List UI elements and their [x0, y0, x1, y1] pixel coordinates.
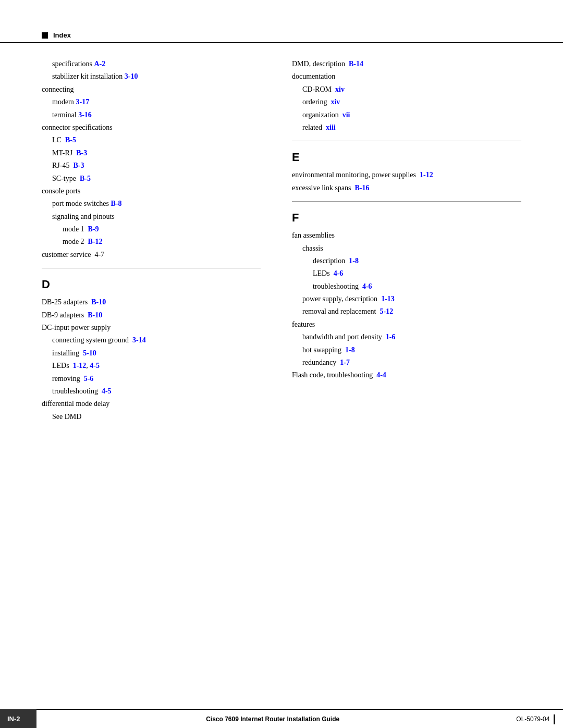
list-item: description 1-8 [313, 255, 521, 267]
link-b14[interactable]: B-14 [349, 60, 363, 68]
list-item: specifications A-2 [52, 58, 261, 70]
link-17[interactable]: 1-7 [340, 359, 350, 366]
section-letter-d: D [42, 278, 261, 291]
link-b3-mtrj[interactable]: B-3 [76, 149, 87, 157]
list-item: troubleshooting 4-5 [52, 386, 261, 397]
section-letter-e: E [292, 151, 521, 164]
list-item: organization vii [302, 109, 521, 121]
link-113[interactable]: 1-13 [381, 295, 395, 303]
list-item: RJ-45 B-3 [52, 160, 261, 171]
header-title: Index [53, 31, 71, 39]
link-46-trouble[interactable]: 4-6 [362, 282, 372, 290]
right-column: DMD, description B-14 documentation CD-R… [282, 58, 521, 424]
list-item: signaling and pinouts [52, 211, 261, 223]
list-item: stabilizer kit installation 3-10 [52, 71, 261, 82]
link-44[interactable]: 4-4 [376, 371, 386, 379]
link-45[interactable]: 4-5 [90, 362, 100, 369]
link-112-env[interactable]: 1-12 [420, 171, 433, 179]
link-b10-db25[interactable]: B-10 [91, 298, 106, 306]
left-column: specifications A-2 stabilizer kit instal… [42, 58, 282, 424]
link-b3-rj45[interactable]: B-3 [73, 162, 84, 169]
link-b9[interactable]: B-9 [88, 225, 99, 233]
list-item: fan assemblies [292, 230, 521, 241]
link-xiv-order[interactable]: xiv [331, 98, 340, 106]
list-item: connecting [42, 84, 261, 95]
header-square-icon [42, 32, 48, 39]
list-item: See DMD [52, 411, 261, 423]
list-item: redundancy 1-7 [302, 357, 521, 368]
list-item: mode 1 B-9 [63, 224, 261, 235]
list-item: DB-25 adapters B-10 [42, 297, 261, 308]
list-item: LEDs 4-6 [313, 268, 521, 279]
link-314[interactable]: 3-14 [132, 336, 146, 344]
list-item: LC B-5 [52, 134, 261, 146]
link-512[interactable]: 5-12 [380, 307, 393, 315]
list-item: connecting system ground 3-14 [52, 335, 261, 346]
link-xiv-cdrom[interactable]: xiv [335, 85, 345, 93]
section-letter-f: F [292, 211, 521, 225]
link-xiii[interactable]: xiii [326, 124, 336, 131]
page: Index specifications A-2 stabilizer kit … [0, 0, 563, 728]
list-item: CD-ROM xiv [302, 84, 521, 95]
list-item: environmental monitoring, power supplies… [292, 169, 521, 181]
list-item: customer service 4-7 [42, 249, 261, 261]
section-f-divider [292, 201, 521, 202]
list-item: DMD, description B-14 [292, 58, 521, 70]
list-item: features [292, 319, 521, 330]
list-item: troubleshooting 4-6 [313, 281, 521, 292]
footer-doc-number-text: OL-5079-04 [516, 715, 549, 723]
link-b5-sc[interactable]: B-5 [80, 175, 91, 182]
list-item: related xiii [302, 122, 521, 133]
list-item: bandwidth and port density 1-6 [302, 331, 521, 343]
section-e-divider [292, 141, 521, 141]
list-item: MT-RJ B-3 [52, 147, 261, 159]
footer-bar: | [553, 713, 556, 725]
list-item: removing 5-6 [52, 373, 261, 385]
list-item: differential mode delay [42, 398, 261, 410]
list-item: port mode switches B-8 [52, 198, 261, 209]
list-item: DC-input power supply [42, 322, 261, 334]
link-510[interactable]: 5-10 [83, 349, 96, 357]
link-16[interactable]: 1-6 [386, 333, 396, 341]
link-b12[interactable]: B-12 [88, 238, 103, 245]
link-45-trouble[interactable]: 4-5 [102, 387, 112, 395]
list-item: modem 3-17 [52, 96, 261, 108]
list-item: SC-type B-5 [52, 173, 261, 184]
link-317[interactable]: 3-17 [76, 98, 90, 106]
section-d-divider [42, 268, 261, 268]
link-18-desc[interactable]: 1-8 [349, 257, 359, 265]
list-item: terminal 3-16 [52, 109, 261, 121]
footer-doc-number: OL-5079-04 | [509, 709, 563, 728]
link-b5-lc[interactable]: B-5 [65, 136, 76, 144]
list-item: power supply, description 1-13 [302, 293, 521, 305]
link-316[interactable]: 3-16 [78, 111, 92, 119]
list-item: connector specifications [42, 122, 261, 133]
list-item: removal and replacement 5-12 [302, 306, 521, 317]
list-item: chassis [302, 243, 521, 254]
list-item: console ports [42, 186, 261, 197]
list-item: ordering xiv [302, 96, 521, 108]
link-56[interactable]: 5-6 [84, 375, 94, 382]
link-112-45[interactable]: 1-12 [73, 362, 87, 369]
list-item: mode 2 B-12 [63, 236, 261, 248]
link-18-hot[interactable]: 1-8 [345, 346, 355, 354]
link-310[interactable]: 3-10 [125, 72, 138, 80]
list-item: documentation [292, 71, 521, 82]
list-item: LEDs 1-12, 4-5 [52, 360, 261, 372]
page-footer: IN-2 Cisco 7609 Internet Router Installa… [0, 709, 563, 728]
link-a2[interactable]: A-2 [94, 60, 105, 68]
list-item: DB-9 adapters B-10 [42, 310, 261, 321]
link-b8[interactable]: B-8 [111, 200, 121, 207]
page-header: Index [0, 0, 563, 43]
list-item: installing 5-10 [52, 348, 261, 359]
link-b16[interactable]: B-16 [355, 184, 370, 192]
footer-doc-title: Cisco 7609 Internet Router Installation … [36, 709, 509, 728]
footer-page-label: IN-2 [0, 709, 36, 728]
list-item: Flash code, troubleshooting 4-4 [292, 369, 521, 381]
main-content: specifications A-2 stabilizer kit instal… [0, 43, 563, 465]
link-46-leds[interactable]: 4-6 [334, 269, 344, 277]
list-item: hot swapping 1-8 [302, 344, 521, 356]
link-vii[interactable]: vii [342, 111, 350, 119]
list-item: excessive link spans B-16 [292, 182, 521, 194]
link-b10-db9[interactable]: B-10 [88, 311, 102, 319]
